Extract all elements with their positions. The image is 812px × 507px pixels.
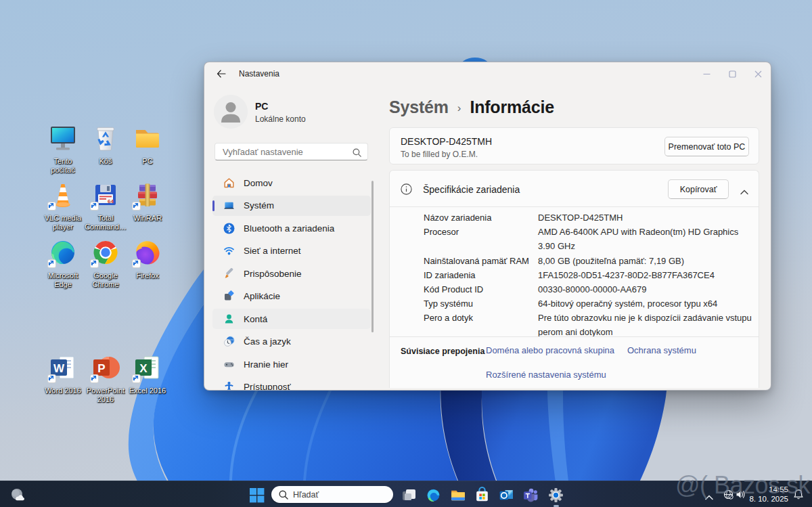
link-domain-workgroup[interactable]: Doména alebo pracovná skupina (486, 345, 614, 355)
sidebar: PC Lokálne konto Vyhľadať nastavenie Dom… (204, 87, 380, 391)
sidebar-item-time-language[interactable]: Čas a jazyk (212, 332, 371, 352)
clock-globe-icon (223, 336, 235, 347)
svg-text:64: 64 (108, 198, 114, 204)
breadcrumb: Systém › Informácie (389, 97, 554, 117)
device-oem: To be filled by O.E.M. (401, 150, 478, 159)
sidebar-item-accounts[interactable]: Kontá (212, 309, 371, 329)
chevron-up-icon[interactable] (740, 185, 748, 198)
outlook-icon (498, 487, 515, 504)
link-advanced-system-settings[interactable]: Rozšírené nastavenia systému (486, 370, 606, 380)
window-title: Nastavenia (239, 69, 279, 79)
apps-icon (223, 290, 235, 302)
maximize-button[interactable] (719, 62, 745, 85)
sidebar-item-gaming[interactable]: Hranie hier (212, 354, 371, 374)
shortcut-arrow-icon (90, 202, 99, 211)
weather-icon (9, 487, 26, 503)
search-icon (279, 490, 288, 500)
spec-row: ID zariadenia 1FA15028-0D51-4237-80D2-B8… (424, 268, 759, 282)
device-name: DESKTOP-D425TMH (401, 136, 492, 147)
desktop-icon-label: Word 2016 (42, 387, 84, 395)
sidebar-item-personalization[interactable]: Prispôsobenie (212, 263, 371, 284)
desktop-icon-excel[interactable]: X Excel 2016 (122, 351, 173, 395)
taskbar-edge[interactable] (424, 485, 443, 504)
taskbar-file-explorer[interactable] (448, 485, 467, 504)
gamepad-icon (223, 359, 235, 370)
svg-text:X: X (139, 362, 148, 375)
sidebar-item-label: Hranie hier (244, 359, 288, 370)
close-button[interactable] (745, 62, 771, 85)
copy-button[interactable]: Kopírovať (668, 179, 729, 199)
close-icon (754, 70, 762, 78)
settings-content: Systém › Informácie DESKTOP-D425TMH To b… (380, 87, 771, 391)
info-icon (401, 183, 412, 198)
user-account-type: Lokálne konto (255, 114, 306, 124)
taskbar-search-placeholder: Hľadať (293, 490, 319, 500)
titlebar: Nastavenia (204, 62, 771, 87)
desktop-icon-label: Excel 2016 (127, 387, 168, 395)
rename-pc-button[interactable]: Premenovať toto PC (664, 137, 749, 156)
desktop-icon-winrar[interactable]: WinRAR (122, 179, 173, 223)
shortcut-arrow-icon (90, 259, 99, 268)
desktop-icon-pc-folder[interactable]: PC (122, 122, 173, 166)
search-icon (353, 148, 361, 160)
spec-value: AMD A6-6400K APU with Radeon(tm) HD Grap… (538, 225, 754, 253)
task-view-icon (401, 487, 417, 503)
shortcut-arrow-icon (90, 374, 99, 383)
spec-label: ID zariadenia (424, 268, 538, 282)
sidebar-nav: Domov Systém Bluetooth a zariadenia (212, 173, 371, 391)
breadcrumb-section[interactable]: Systém (389, 97, 449, 117)
avatar[interactable] (214, 95, 248, 129)
spec-value: 00330-80000-00000-AA679 (538, 282, 754, 296)
specs-title: Špecifikácie zariadenia (423, 184, 520, 195)
taskbar-outlook[interactable] (497, 485, 516, 504)
taskbar-teams[interactable] (521, 485, 540, 504)
desktop-icon-label: Firefox (127, 271, 168, 280)
taskbar-settings[interactable] (546, 485, 565, 504)
desktop-screen: Tento počítač Kôš (0, 0, 812, 507)
store-icon (474, 487, 491, 504)
sidebar-scrollbar[interactable] (371, 181, 374, 332)
desktop-icon-label: WinRAR (127, 214, 168, 223)
taskbar-store[interactable] (472, 485, 491, 504)
sidebar-item-apps[interactable]: Aplikácie (212, 286, 371, 307)
back-button[interactable] (211, 65, 231, 83)
desktop-icon-label: Total Command… (85, 214, 127, 232)
minimize-button[interactable] (694, 62, 719, 85)
task-view-button[interactable] (399, 485, 418, 504)
specs-expander-header[interactable]: Špecifikácie zariadenia Kopírovať (390, 171, 759, 207)
sidebar-item-bluetooth[interactable]: Bluetooth a zariadenia (212, 218, 371, 238)
spec-row: Pero a dotyk Pre túto obrazovku nie je k… (424, 311, 759, 339)
sidebar-item-label: Čas a jazyk (244, 336, 291, 347)
desktop-icon-label: Microsoft Edge (42, 271, 84, 289)
sidebar-item-home[interactable]: Domov (212, 173, 371, 193)
desktop-icon-label: VLC media player (42, 214, 84, 232)
settings-search-input[interactable]: Vyhľadať nastavenie (215, 143, 368, 160)
teams-icon (522, 487, 539, 504)
maximize-icon (729, 70, 736, 78)
desktop-icon-label: Google Chrome (85, 271, 127, 289)
spec-row: Nainštalovaná pamäť RAM 8,00 GB (použite… (424, 254, 759, 268)
sidebar-item-network[interactable]: Sieť a internet (212, 241, 371, 261)
shortcut-arrow-icon (132, 374, 141, 383)
settings-window: Nastavenia PC (204, 62, 771, 391)
start-button[interactable] (247, 485, 266, 504)
device-name-card: DESKTOP-D425TMH To be filled by O.E.M. P… (389, 127, 759, 164)
spec-value: 64-bitový operačný systém, procesor typu… (538, 296, 754, 311)
minimize-icon (703, 70, 710, 78)
system-icon (223, 200, 235, 211)
user-icon (214, 95, 248, 129)
sidebar-item-system[interactable]: Systém (212, 196, 371, 216)
link-system-protection[interactable]: Ochrana systému (627, 345, 696, 355)
svg-text:W: W (53, 362, 65, 375)
shortcut-arrow-icon (47, 202, 56, 211)
shortcut-arrow-icon (47, 259, 56, 268)
desktop-icon-firefox[interactable]: Firefox (122, 236, 173, 280)
weather-widget[interactable] (8, 485, 27, 504)
spec-value: DESKTOP-D425TMH (538, 211, 754, 225)
sidebar-item-accessibility[interactable]: Prístupnosť (212, 377, 371, 391)
desktop-icon-label: Kôš (85, 157, 127, 166)
breadcrumb-separator-icon: › (457, 102, 461, 115)
taskbar-search[interactable]: Hľadať (271, 486, 393, 503)
recycle-bin-icon (89, 122, 122, 154)
spec-value: Pre túto obrazovku nie je k dispozícii z… (538, 311, 754, 339)
